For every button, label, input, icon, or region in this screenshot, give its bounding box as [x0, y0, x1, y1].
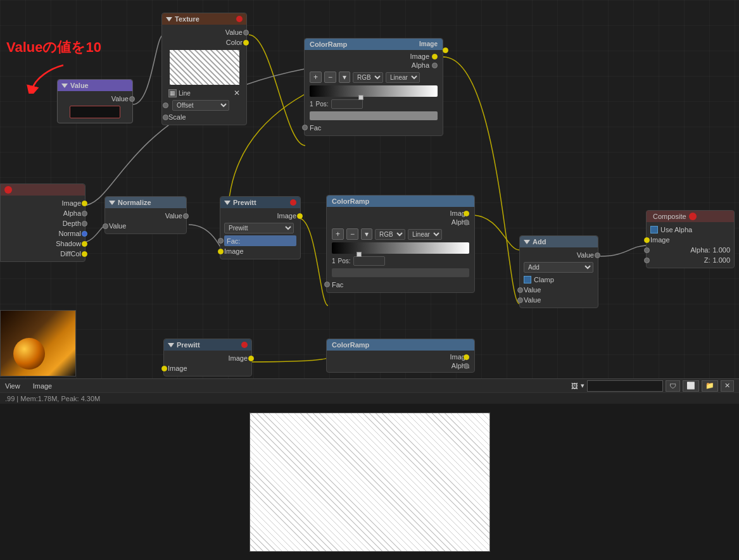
- texture-filter-close-icon[interactable]: ✕: [234, 89, 240, 97]
- colorramp1-minus-btn[interactable]: −: [324, 72, 336, 83]
- normalize-in-socket: [103, 223, 108, 229]
- texture-offset-select[interactable]: Offset: [172, 100, 229, 111]
- render-image-label: Image: [61, 199, 81, 207]
- colorramp1-plus-btn[interactable]: +: [310, 72, 322, 83]
- composite-dot-icon: [689, 213, 697, 220]
- colorramp1-image-text: Image: [410, 53, 429, 60]
- composite-z-label: Z:: [704, 256, 711, 264]
- render-normal-socket: [82, 231, 87, 237]
- render-diffcol-socket: [82, 251, 87, 257]
- colorramp1-fac-socket: [302, 125, 308, 130]
- bottom-image-label[interactable]: Image: [33, 382, 53, 390]
- shield-icon-btn[interactable]: 🛡: [666, 380, 680, 392]
- colorramp1-interp[interactable]: Linear: [386, 72, 420, 83]
- texture-node: Texture Value Color ▦ Line ✕ Offset: [161, 13, 247, 125]
- status-text: .99 | Mem:1.78M, Peak: 4.30M: [5, 395, 100, 402]
- viewer-ball: [13, 338, 45, 370]
- normalize-title: Normalize: [118, 199, 151, 206]
- composite-z-socket: [644, 258, 650, 263]
- cr1-alpha-sock: [432, 63, 438, 68]
- colorramp2-num: 1: [332, 258, 336, 264]
- cr1-img-sock: [432, 54, 438, 59]
- prewitt1-fac-label: Fac:: [227, 237, 240, 245]
- colorramp2-plus-btn[interactable]: +: [332, 228, 344, 240]
- normalize-out-socket: [183, 213, 189, 219]
- image-icon: 🖼: [571, 382, 578, 390]
- status-bar: .99 | Mem:1.78M, Peak: 4.30M: [0, 392, 739, 404]
- prewitt1-fac-input[interactable]: 1.000: [240, 237, 278, 245]
- prewitt2-title: Prewitt: [177, 341, 200, 349]
- colorramp1-image-label: Image: [419, 40, 438, 47]
- texture-dot-icon: [236, 16, 243, 22]
- render-layer-header: [1, 184, 85, 196]
- prewitt2-triangle-icon: [168, 343, 174, 347]
- bottom-view-label[interactable]: View: [5, 382, 20, 390]
- value-node: Value Value 10.000: [57, 79, 133, 123]
- texture-triangle-icon: [166, 17, 172, 22]
- colorramp-node-3: ColorRamp Image Alpha: [326, 339, 475, 373]
- texture-value-label: Value: [225, 28, 243, 36]
- add-value2-socket: [517, 297, 523, 303]
- render-result-input[interactable]: Render Result: [587, 380, 663, 392]
- colorramp2-interp[interactable]: Linear: [408, 229, 442, 240]
- texture-color-label: Color: [226, 39, 243, 46]
- colorramp1-color-mode[interactable]: RGB: [353, 72, 383, 83]
- cr2-alpha-sock: [464, 220, 469, 225]
- add-value2-label: Value: [524, 296, 541, 304]
- prewitt2-dot-icon: [241, 342, 248, 348]
- add-node-header: Add: [520, 236, 598, 247]
- colorramp2-color-mode[interactable]: RGB: [375, 229, 405, 240]
- colorramp-node-1: ColorRamp Image Image Alpha + − ▾ RGB: [304, 38, 443, 136]
- normalize-node: Normalize Value Value: [104, 196, 187, 234]
- copy-icon-btn[interactable]: ⬜: [683, 380, 699, 392]
- dropdown-icon[interactable]: ▾: [581, 382, 584, 390]
- prewitt1-dot-icon: [290, 199, 296, 206]
- composite-alpha-label: Alpha:: [690, 246, 710, 254]
- prewitt-node-1: Prewitt Image Prewitt Fac: 1.000 Image: [220, 196, 301, 259]
- composite-use-alpha-check[interactable]: [650, 226, 658, 233]
- colorramp2-indicator: [357, 252, 362, 257]
- render-dot-icon: [4, 186, 12, 194]
- bottom-bar-right: 🖼 ▾ Render Result 🛡 ⬜ 📁 ✕: [571, 380, 739, 392]
- value-input-field[interactable]: 10.000: [70, 106, 120, 118]
- colorramp2-fac-label: Fac: [332, 281, 343, 289]
- prewitt1-img-out: Image: [277, 212, 296, 220]
- render-alpha-label: Alpha: [63, 209, 81, 217]
- value-output-socket: [129, 96, 135, 102]
- composite-title: Composite: [653, 213, 686, 220]
- normalize-value-in-label: Value: [109, 222, 126, 230]
- folder-icon-btn[interactable]: 📁: [702, 380, 718, 392]
- colorramp2-minus-btn[interactable]: −: [346, 228, 358, 240]
- colorramp1-fac-label: Fac: [310, 124, 321, 132]
- texture-color-socket: [243, 40, 249, 46]
- prewitt2-out-socket: [248, 356, 254, 361]
- add-node: Add Value Add Clamp Value Value: [519, 235, 598, 308]
- colorramp2-dropdown-btn[interactable]: ▾: [361, 228, 372, 240]
- add-clamp-label: Clamp: [534, 276, 554, 283]
- close-icon-btn[interactable]: ✕: [721, 380, 734, 392]
- prewitt1-img-in-label: Image: [224, 247, 244, 255]
- colorramp1-bar: [310, 85, 438, 97]
- colorramp2-pos-input[interactable]: 0.080: [353, 256, 385, 266]
- colorramp1-alpha-text: Alpha: [412, 61, 429, 69]
- colorramp1-pos-input[interactable]: 0.239: [331, 99, 363, 109]
- annotation-title: Valueの値を10: [6, 38, 101, 57]
- add-clamp-checkbox[interactable]: [524, 276, 531, 283]
- colorramp1-dropdown-btn[interactable]: ▾: [339, 72, 350, 83]
- node-editor: Valueの値を10 Value Value 10.000 Texture: [0, 0, 739, 380]
- composite-image-socket: [644, 237, 650, 243]
- prewitt-node-2: Prewitt Image Image: [163, 339, 252, 376]
- prewitt1-fac-socket: [218, 238, 224, 244]
- texture-header: Texture: [162, 13, 246, 25]
- texture-offset-socket: [163, 103, 168, 108]
- prewitt1-triangle-icon: [224, 201, 231, 205]
- normalize-value-out-label: Value: [165, 212, 182, 220]
- prewitt1-filter-select[interactable]: Prewitt: [224, 223, 294, 233]
- colorramp1-output-bar: [310, 111, 438, 120]
- colorramp-node-2: ColorRamp Image Alpha + − ▾ RGB Linear: [326, 195, 475, 293]
- add-value-out-label: Value: [577, 251, 594, 259]
- add-type-select[interactable]: Add: [524, 262, 593, 273]
- add-value1-socket: [517, 287, 523, 293]
- colorramp2-header: ColorRamp: [327, 196, 474, 207]
- render-normal-label: Normal: [59, 230, 81, 237]
